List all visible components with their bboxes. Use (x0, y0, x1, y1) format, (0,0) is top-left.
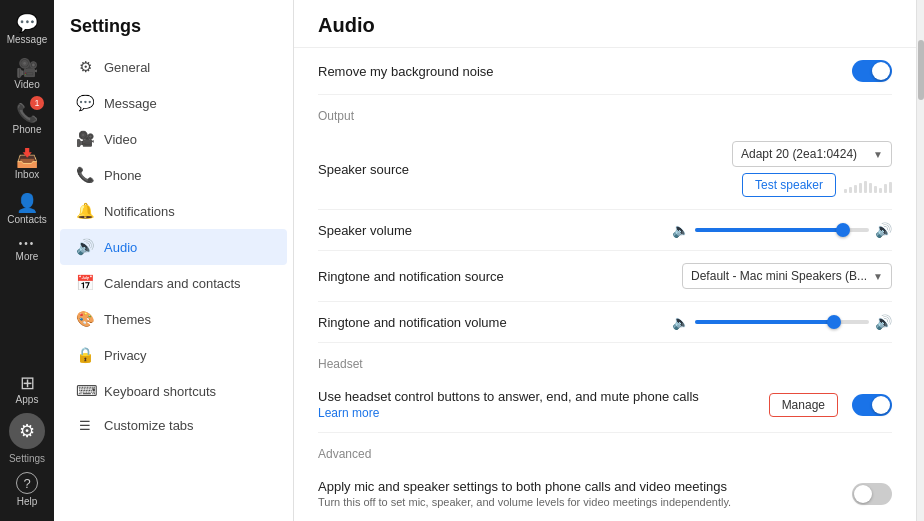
message-sidebar-icon: 💬 (76, 94, 94, 112)
nav-item-settings[interactable]: ⚙ (9, 413, 45, 449)
volume-high-icon: 🔊 (875, 222, 892, 238)
background-noise-toggle[interactable] (852, 60, 892, 82)
sidebar-item-themes[interactable]: 🎨 Themes (60, 301, 287, 337)
phone-sidebar-icon: 📞 (76, 166, 94, 184)
headset-section-label: Headset (318, 357, 892, 371)
vol-bar-5 (864, 181, 867, 193)
calendars-icon: 📅 (76, 274, 94, 292)
ringtone-volume-control: 🔈 🔊 (672, 314, 892, 330)
scrollbar[interactable] (916, 0, 924, 521)
output-section-label: Output (318, 109, 892, 123)
themes-icon: 🎨 (76, 310, 94, 328)
vol-bar-3 (854, 185, 857, 193)
sidebar-item-customize[interactable]: ☰ Customize tabs (60, 409, 287, 442)
speaker-volume-slider[interactable] (695, 228, 869, 232)
general-icon: ⚙ (76, 58, 94, 76)
scroll-thumb[interactable] (918, 40, 924, 100)
nav-item-inbox[interactable]: 📥 Inbox (2, 143, 52, 186)
speaker-source-control: Adapt 20 (2ea1:0424) ▼ Test speaker (732, 141, 892, 197)
ringtone-source-dropdown[interactable]: Default - Mac mini Speakers (B... ▼ (682, 263, 892, 289)
settings-nav-label: Settings (9, 453, 45, 464)
vol-bar-7 (874, 186, 877, 193)
keyboard-icon: ⌨ (76, 382, 94, 400)
sidebar-label-themes: Themes (104, 312, 151, 327)
sidebar-item-notifications[interactable]: 🔔 Notifications (60, 193, 287, 229)
ringtone-volume-label: Ringtone and notification volume (318, 315, 507, 330)
speaker-source-label: Speaker source (318, 162, 409, 177)
volume-bars (844, 177, 892, 193)
ringtone-source-row: Ringtone and notification source Default… (318, 251, 892, 302)
speaker-test-row: Test speaker (742, 173, 892, 197)
nav-item-contacts[interactable]: 👤 Contacts (2, 188, 52, 231)
privacy-icon: 🔒 (76, 346, 94, 364)
phone-badge: 1 (30, 96, 44, 110)
notifications-icon: 🔔 (76, 202, 94, 220)
message-icon: 💬 (16, 14, 38, 32)
dropdown-arrow-icon: ▼ (873, 149, 883, 160)
vol-bar-8 (879, 188, 882, 193)
sidebar-label-calendars: Calendars and contacts (104, 276, 241, 291)
apply-settings-row: Apply mic and speaker settings to both p… (318, 467, 892, 520)
nav-item-message[interactable]: 💬 Message (2, 8, 52, 51)
sidebar-label-audio: Audio (104, 240, 137, 255)
speaker-volume-control: 🔈 🔊 (672, 222, 892, 238)
speaker-source-value: Adapt 20 (2ea1:0424) (741, 147, 857, 161)
sidebar-label-customize: Customize tabs (104, 418, 194, 433)
apply-settings-labels: Apply mic and speaker settings to both p… (318, 479, 731, 508)
main-content: Audio Remove my background noise Output … (294, 0, 916, 521)
more-icon: ••• (19, 239, 36, 249)
headset-control: Manage (769, 393, 892, 417)
speaker-volume-row: Speaker volume 🔈 🔊 (318, 210, 892, 251)
background-noise-row: Remove my background noise (318, 48, 892, 95)
nav-item-help[interactable]: ? Help (2, 466, 52, 513)
vol-bar-10 (889, 182, 892, 193)
sidebar-item-general[interactable]: ⚙ General (60, 49, 287, 85)
volume-low-icon: 🔈 (672, 222, 689, 238)
sidebar-label-phone: Phone (104, 168, 142, 183)
vol-bar-4 (859, 183, 862, 193)
speaker-source-dropdown[interactable]: Adapt 20 (2ea1:0424) ▼ (732, 141, 892, 167)
nav-item-video[interactable]: 🎥 Video (2, 53, 52, 96)
test-speaker-button[interactable]: Test speaker (742, 173, 836, 197)
manage-button[interactable]: Manage (769, 393, 838, 417)
apply-settings-toggle[interactable] (852, 483, 892, 505)
settings-sidebar: Settings ⚙ General 💬 Message 🎥 Video 📞 P… (54, 0, 294, 521)
sidebar-item-keyboard[interactable]: ⌨ Keyboard shortcuts (60, 373, 287, 409)
learn-more-link[interactable]: Learn more (318, 406, 379, 420)
help-icon: ? (16, 472, 38, 494)
background-noise-label: Remove my background noise (318, 64, 494, 79)
sidebar-title: Settings (54, 0, 293, 49)
sidebar-label-message: Message (104, 96, 157, 111)
vol-bar-1 (844, 189, 847, 193)
inbox-icon: 📥 (16, 149, 38, 167)
sidebar-label-general: General (104, 60, 150, 75)
ringtone-source-label: Ringtone and notification source (318, 269, 504, 284)
headset-control-label: Use headset control buttons to answer, e… (318, 389, 699, 404)
vol-bar-2 (849, 187, 852, 193)
sidebar-label-privacy: Privacy (104, 348, 147, 363)
icon-navigation: 💬 Message 🎥 Video 1 📞 Phone 📥 Inbox 👤 Co… (0, 0, 54, 521)
ringtone-source-value: Default - Mac mini Speakers (B... (691, 269, 867, 283)
nav-item-more[interactable]: ••• More (2, 233, 52, 268)
sidebar-item-video[interactable]: 🎥 Video (60, 121, 287, 157)
sidebar-item-audio[interactable]: 🔊 Audio (60, 229, 287, 265)
nav-item-apps[interactable]: ⊞ Apps (2, 368, 52, 411)
headset-toggle[interactable] (852, 394, 892, 416)
page-title: Audio (294, 0, 916, 48)
headset-label-group: Use headset control buttons to answer, e… (318, 389, 699, 420)
ringtone-volume-high-icon: 🔊 (875, 314, 892, 330)
nav-item-phone[interactable]: 1 📞 Phone (2, 98, 52, 141)
apply-settings-sublabel: Turn this off to set mic, speaker, and v… (318, 496, 731, 508)
contacts-icon: 👤 (16, 194, 38, 212)
sidebar-item-calendars[interactable]: 📅 Calendars and contacts (60, 265, 287, 301)
sidebar-label-video: Video (104, 132, 137, 147)
speaker-source-row: Speaker source Adapt 20 (2ea1:0424) ▼ Te… (318, 129, 892, 210)
sidebar-item-message[interactable]: 💬 Message (60, 85, 287, 121)
ringtone-volume-slider[interactable] (695, 320, 869, 324)
apply-settings-label: Apply mic and speaker settings to both p… (318, 479, 731, 494)
sidebar-item-phone[interactable]: 📞 Phone (60, 157, 287, 193)
apps-icon: ⊞ (20, 374, 35, 392)
audio-icon: 🔊 (76, 238, 94, 256)
ringtone-dropdown-arrow-icon: ▼ (873, 271, 883, 282)
sidebar-item-privacy[interactable]: 🔒 Privacy (60, 337, 287, 373)
